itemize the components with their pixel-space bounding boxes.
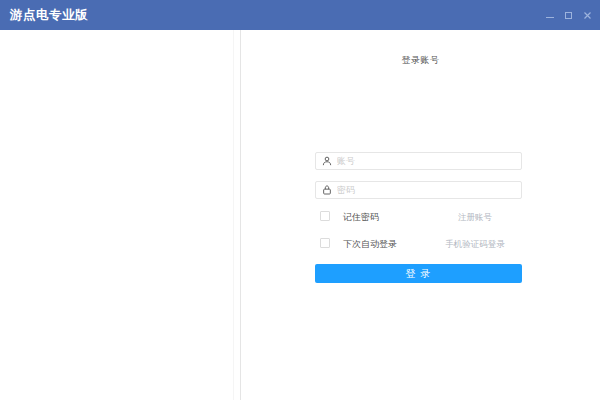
divider-faint-line bbox=[233, 30, 234, 400]
auto-login-checkbox[interactable] bbox=[320, 238, 330, 248]
window-controls bbox=[539, 0, 596, 30]
password-field bbox=[315, 181, 522, 199]
app-window: 游点电专业版 登录账号 bbox=[0, 0, 600, 400]
remember-password-checkbox[interactable] bbox=[320, 211, 330, 221]
minimize-icon bbox=[546, 17, 554, 18]
password-input[interactable] bbox=[337, 185, 515, 195]
auto-login-label: 下次自动登录 bbox=[343, 239, 397, 249]
auto-login-row: 下次自动登录 手机验证码登录 bbox=[315, 238, 522, 250]
login-panel: 登录账号 记住密码 注册账号 下次自动登录 手机验证码登录 登 录 bbox=[241, 30, 600, 400]
maximize-icon bbox=[565, 12, 572, 19]
minimize-button[interactable] bbox=[541, 6, 558, 24]
account-input[interactable] bbox=[337, 156, 515, 166]
remember-password-row: 记住密码 注册账号 bbox=[315, 211, 522, 223]
titlebar[interactable]: 游点电专业版 bbox=[0, 0, 600, 30]
login-button[interactable]: 登 录 bbox=[315, 264, 522, 283]
left-banner-panel bbox=[0, 30, 233, 400]
close-icon bbox=[583, 11, 592, 20]
lock-icon bbox=[322, 185, 332, 195]
window-title: 游点电专业版 bbox=[10, 0, 88, 30]
sms-login-link[interactable]: 手机验证码登录 bbox=[445, 239, 505, 249]
login-heading: 登录账号 bbox=[241, 54, 600, 67]
close-button[interactable] bbox=[579, 6, 596, 24]
register-account-link[interactable]: 注册账号 bbox=[458, 212, 492, 222]
remember-password-label: 记住密码 bbox=[343, 212, 379, 222]
user-icon bbox=[322, 156, 332, 166]
account-field bbox=[315, 152, 522, 170]
maximize-button[interactable] bbox=[560, 6, 577, 24]
